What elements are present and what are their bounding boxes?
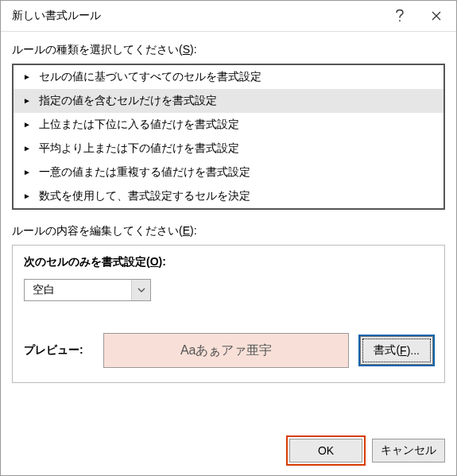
dropdown-value: 空白 <box>25 280 131 300</box>
cancel-button[interactable]: キャンセル <box>372 439 445 462</box>
preview-row: プレビュー: Aaあぁアァ亜宇 書式(F)... <box>24 333 433 368</box>
rule-type-text: 上位または下位に入る値だけを書式設定 <box>39 118 239 132</box>
rule-type-text: セルの値に基づいてすべてのセルを書式設定 <box>39 70 261 84</box>
arrow-icon: ► <box>23 168 31 176</box>
rule-type-item[interactable]: ► 一意の値または重複する値だけを書式設定 <box>14 161 443 184</box>
help-button[interactable] <box>381 2 418 30</box>
rule-type-text: 一意の値または重複する値だけを書式設定 <box>39 165 250 180</box>
ok-button[interactable]: OK <box>289 439 362 462</box>
rule-type-item[interactable]: ► セルの値に基づいてすべてのセルを書式設定 <box>14 65 443 89</box>
preview-label: プレビュー: <box>24 343 92 358</box>
rule-edit-label: ルールの内容を編集してください(E): <box>12 224 445 238</box>
rule-type-item[interactable]: ► 平均より上または下の値だけを書式設定 <box>14 137 443 161</box>
condition-dropdown[interactable]: 空白 <box>24 279 151 301</box>
rule-type-item[interactable]: ► 上位または下位に入る値だけを書式設定 <box>14 113 443 137</box>
titlebar: 新しい書式ルール <box>1 1 456 31</box>
dialog-content: ルールの種類を選択してください(S): ► セルの値に基づいてすべてのセルを書式… <box>1 32 456 475</box>
dialog-button-row: OK キャンセル <box>12 424 445 462</box>
rule-type-text: 指定の値を含むセルだけを書式設定 <box>39 94 217 108</box>
arrow-icon: ► <box>23 73 31 81</box>
rule-edit-box: 次のセルのみを書式設定(O): 空白 プレビュー: Aaあぁアァ亜宇 書式(F)… <box>12 245 445 383</box>
arrow-icon: ► <box>23 145 31 153</box>
preview-sample: Aaあぁアァ亜宇 <box>103 333 349 368</box>
close-button[interactable] <box>418 2 455 30</box>
format-only-label: 次のセルのみを書式設定(O): <box>24 255 433 269</box>
window-title: 新しい書式ルール <box>12 9 381 23</box>
rule-type-list: ► セルの値に基づいてすべてのセルを書式設定 ► 指定の値を含むセルだけを書式設… <box>12 64 445 210</box>
rule-type-item[interactable]: ► 指定の値を含むセルだけを書式設定 <box>14 89 443 113</box>
arrow-icon: ► <box>23 97 31 105</box>
rule-type-text: 数式を使用して、書式設定するセルを決定 <box>39 189 250 203</box>
arrow-icon: ► <box>23 121 31 129</box>
format-button[interactable]: 書式(F)... <box>360 336 433 365</box>
rule-type-text: 平均より上または下の値だけを書式設定 <box>39 141 239 156</box>
rule-type-label: ルールの種類を選択してください(S): <box>12 43 445 57</box>
arrow-icon: ► <box>23 192 31 200</box>
rule-type-item[interactable]: ► 数式を使用して、書式設定するセルを決定 <box>14 184 443 208</box>
svg-point-0 <box>399 20 401 21</box>
chevron-down-icon <box>131 280 150 300</box>
